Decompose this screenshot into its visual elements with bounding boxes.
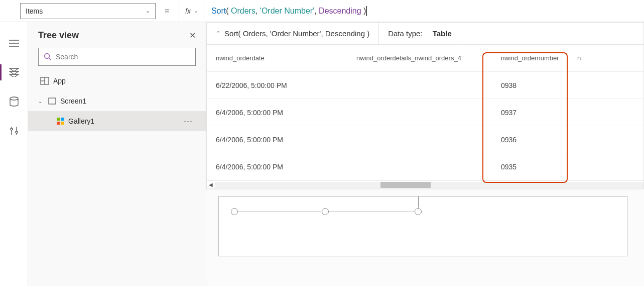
table-row[interactable]: 6/4/2006, 5:00:00 PM 0936 <box>207 126 643 153</box>
chevron-down-icon: ⌄ <box>146 8 150 14</box>
table-row[interactable]: 6/22/2006, 5:00:00 PM 0938 <box>207 72 643 99</box>
left-nav-rail <box>0 22 28 286</box>
equals-sign: = <box>160 7 175 16</box>
svg-point-7 <box>16 131 18 133</box>
result-columns: nwind_orderdate nwind_orderdetails_nwind… <box>207 45 643 72</box>
svg-line-9 <box>49 58 51 60</box>
cell-orderdate: 6/4/2006, 5:00:00 PM <box>216 136 356 144</box>
cell-ordernumber: 0935 <box>492 163 577 171</box>
svg-rect-14 <box>57 118 60 121</box>
main-canvas-area: ⌃ Sort( Orders, 'Order Number', Descendi… <box>206 22 644 286</box>
cell-orderdate: 6/22/2006, 5:00:00 PM <box>216 81 356 89</box>
result-context-text: Sort( Orders, 'Order Number', Descending… <box>224 29 369 38</box>
gallery-icon <box>56 117 64 125</box>
hamburger-icon[interactable] <box>8 37 20 49</box>
resize-handle[interactable] <box>322 208 329 215</box>
cell-ordernumber: 0936 <box>492 136 577 144</box>
tools-icon[interactable] <box>8 125 20 137</box>
resize-handle[interactable] <box>231 208 238 215</box>
svg-rect-16 <box>57 122 60 125</box>
table-row[interactable]: 6/4/2006, 5:00:00 PM 0935 <box>207 153 643 180</box>
cell-ordernumber: 0937 <box>492 109 577 117</box>
screen-icon <box>48 98 56 105</box>
result-header: ⌃ Sort( Orders, 'Order Number', Descendi… <box>207 23 643 45</box>
search-box[interactable] <box>38 48 196 66</box>
tree-view-panel: Tree view ✕ App ⌄ Screen1 Gallery1 ··· <box>28 22 206 286</box>
svg-rect-15 <box>61 118 64 121</box>
data-icon[interactable] <box>8 96 20 108</box>
tree-header: Tree view ✕ <box>28 22 206 48</box>
fx-indicator[interactable]: fx ⌄ <box>179 0 204 22</box>
chevron-down-icon: ⌄ <box>194 8 198 14</box>
formula-token-arg3: Descending <box>319 7 361 16</box>
more-icon[interactable]: ··· <box>184 116 196 127</box>
tree-node-gallery[interactable]: Gallery1 ··· <box>28 111 206 131</box>
datatype-label: Data type: <box>388 29 422 38</box>
column-truncated[interactable]: n <box>577 54 597 62</box>
formula-token-close: ) <box>363 7 366 16</box>
cell-orderdate: 6/4/2006, 5:00:00 PM <box>216 163 356 171</box>
template-separator <box>418 197 419 208</box>
gallery-control[interactable] <box>218 196 627 256</box>
svg-rect-17 <box>61 122 64 125</box>
text-cursor <box>366 6 367 16</box>
formula-token-func: Sort <box>211 7 226 16</box>
svg-point-3 <box>10 97 18 100</box>
column-orderdetails[interactable]: nwind_orderdetails_nwind_orders_4 <box>356 54 492 62</box>
horizontal-scrollbar[interactable]: ◀ <box>207 180 643 188</box>
formula-result-panel: ⌃ Sort( Orders, 'Order Number', Descendi… <box>206 22 644 189</box>
tree-node-screen[interactable]: ⌄ Screen1 <box>28 91 206 111</box>
canvas[interactable] <box>206 189 644 263</box>
tree-node-label: App <box>53 77 66 85</box>
result-table: nwind_orderdate nwind_orderdetails_nwind… <box>207 45 643 180</box>
scroll-left-icon[interactable]: ◀ <box>207 182 215 187</box>
resize-handle[interactable] <box>415 208 422 215</box>
formula-input[interactable]: Sort ( Orders , 'Order Number' , Descend… <box>208 0 644 22</box>
chevron-down-icon: ⌄ <box>38 99 44 104</box>
table-row[interactable]: 6/4/2006, 5:00:00 PM 0937 <box>207 99 643 126</box>
column-ordernumber[interactable]: nwind_ordernumber <box>492 54 577 62</box>
app-icon <box>40 77 49 85</box>
fx-label: fx <box>185 7 191 15</box>
svg-rect-13 <box>49 98 56 104</box>
tree-node-label: Gallery1 <box>68 117 94 125</box>
column-orderdate[interactable]: nwind_orderdate <box>216 54 356 62</box>
datatype-value: Table <box>433 29 452 38</box>
cell-orderdate: 6/4/2006, 5:00:00 PM <box>216 109 356 117</box>
property-dropdown[interactable]: Items ⌄ <box>20 3 156 19</box>
cell-ordernumber: 0938 <box>492 81 577 89</box>
search-icon <box>44 53 52 61</box>
chevron-up-icon: ⌃ <box>216 30 220 37</box>
search-input[interactable] <box>56 53 190 61</box>
close-icon[interactable]: ✕ <box>189 31 196 40</box>
scroll-thumb[interactable] <box>380 182 431 188</box>
tree-node-label: Screen1 <box>60 97 86 105</box>
formula-bar: Items ⌄ = fx ⌄ Sort ( Orders , 'Order Nu… <box>0 0 644 22</box>
svg-point-6 <box>11 128 13 130</box>
scroll-track[interactable] <box>215 182 643 188</box>
result-datatype: Data type: Table <box>379 23 461 44</box>
result-context[interactable]: ⌃ Sort( Orders, 'Order Number', Descendi… <box>207 23 379 44</box>
tree-title: Tree view <box>38 30 79 41</box>
tree-node-app[interactable]: App <box>28 71 206 91</box>
property-value: Items <box>26 7 43 15</box>
formula-token-arg2: 'Order Number' <box>260 7 314 16</box>
formula-token-arg1: Orders <box>231 7 255 16</box>
tree-view-icon[interactable] <box>8 66 20 78</box>
